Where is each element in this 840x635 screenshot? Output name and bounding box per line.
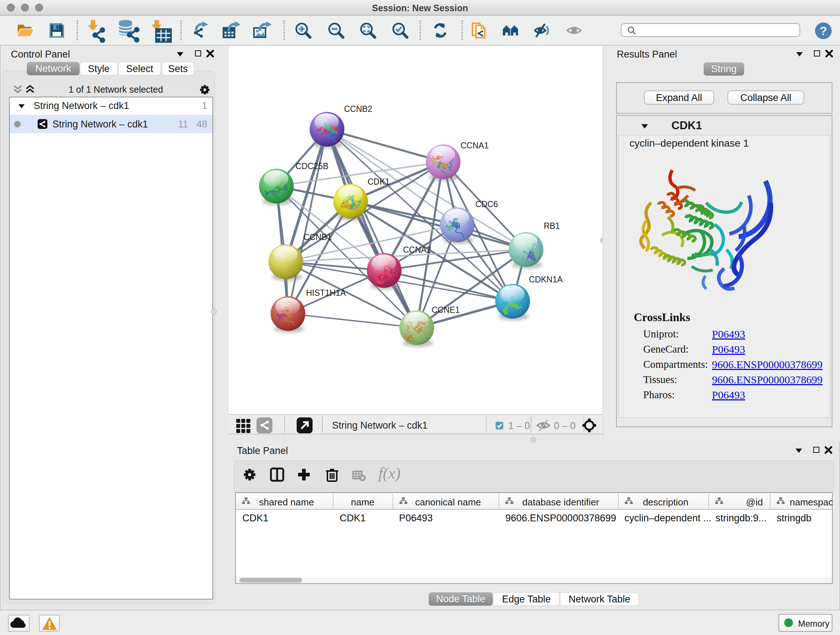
svg-text:RB1: RB1 xyxy=(544,221,560,231)
svg-text:CCNA2: CCNA2 xyxy=(403,245,431,255)
svg-text:CCNE1: CCNE1 xyxy=(431,305,460,315)
svg-text:CDC25B: CDC25B xyxy=(295,162,328,171)
svg-text:CDK1: CDK1 xyxy=(368,177,390,187)
svg-text:HIST1H1A: HIST1H1A xyxy=(306,288,346,298)
svg-text:CCNA1: CCNA1 xyxy=(461,141,489,150)
svg-text:CCNB2: CCNB2 xyxy=(344,104,372,114)
svg-text:CDKN1A: CDKN1A xyxy=(529,275,563,284)
svg-text:CCNB1: CCNB1 xyxy=(303,233,332,242)
svg-text:CDC6: CDC6 xyxy=(475,200,498,209)
